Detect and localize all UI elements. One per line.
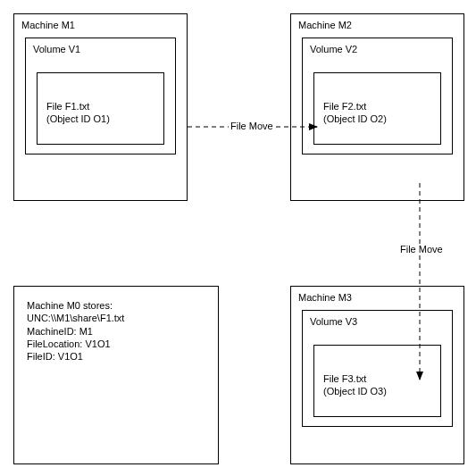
file-f3: File F3.txt (Object ID O3) — [313, 345, 441, 417]
machine-m2: Machine M2 Volume V2 File F2.txt (Object… — [290, 13, 464, 201]
m0-line5: FileID: V1O1 — [27, 350, 205, 363]
m0-line1: Machine M0 stores: — [27, 299, 205, 312]
arrow-label-move1: File Move — [229, 121, 275, 131]
volume-v2-title: Volume V2 — [310, 44, 445, 54]
machine-m3-title: Machine M3 — [298, 292, 456, 303]
machine-m3: Machine M3 Volume V3 File F3.txt (Object… — [290, 286, 464, 464]
machine-m2-title: Machine M2 — [298, 20, 456, 30]
m0-line2: UNC:\\M1\share\F1.txt — [27, 312, 205, 324]
arrow-label-move2: File Move — [398, 244, 445, 255]
volume-v2: Volume V2 File F2.txt (Object ID O2) — [302, 38, 453, 154]
file-f2-name: File F2.txt — [323, 100, 431, 113]
file-f2: File F2.txt (Object ID O2) — [313, 72, 441, 145]
volume-v1: Volume V1 File F1.txt (Object ID O1) — [25, 38, 176, 154]
machine-m1-title: Machine M1 — [21, 20, 180, 30]
file-f3-name: File F3.txt — [323, 372, 431, 385]
volume-v1-title: Volume V1 — [33, 44, 168, 54]
volume-v3-title: Volume V3 — [310, 316, 445, 327]
file-f1-name: File F1.txt — [46, 100, 154, 113]
file-f2-obj: (Object ID O2) — [323, 113, 431, 125]
machine-m1: Machine M1 Volume V1 File F1.txt (Object… — [13, 13, 188, 201]
file-f1: File F1.txt (Object ID O1) — [37, 72, 164, 145]
file-f3-obj: (Object ID O3) — [323, 385, 431, 397]
volume-v3: Volume V3 File F3.txt (Object ID O3) — [302, 310, 453, 427]
file-f1-obj: (Object ID O1) — [46, 113, 154, 125]
machine-m0-info: Machine M0 stores: UNC:\\M1\share\F1.txt… — [13, 286, 219, 464]
m0-line4: FileLocation: V1O1 — [27, 338, 205, 350]
m0-line3: MachineID: M1 — [27, 325, 205, 338]
